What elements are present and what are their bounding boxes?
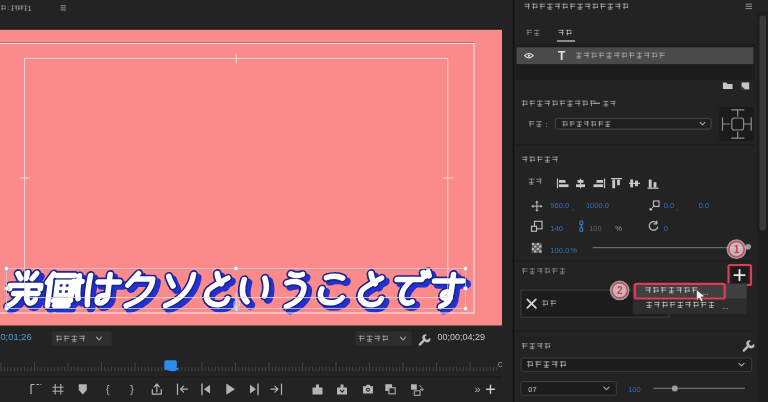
- svg-text:{: {: [106, 383, 110, 395]
- svg-text:960.0: 960.0: [550, 201, 569, 210]
- svg-text:100.0: 100.0: [550, 246, 569, 255]
- svg-text:%: %: [571, 246, 578, 255]
- svg-text::: :: [546, 121, 548, 128]
- svg-text:,: ,: [676, 203, 678, 212]
- svg-text:140: 140: [550, 224, 563, 233]
- svg-text::: :: [7, 4, 9, 11]
- svg-text:1000.0: 1000.0: [586, 201, 609, 210]
- svg-text:%: %: [615, 224, 622, 233]
- svg-text:,: ,: [572, 203, 574, 212]
- svg-text:00;00;04;29: 00;00;04;29: [438, 332, 486, 342]
- svg-text:0: 0: [664, 224, 668, 233]
- svg-text:2: 2: [617, 285, 623, 296]
- svg-text:100: 100: [589, 224, 602, 233]
- svg-text:07: 07: [528, 385, 536, 394]
- svg-text:0.0: 0.0: [699, 201, 709, 210]
- svg-text:»: »: [474, 383, 480, 395]
- svg-text:1: 1: [734, 244, 740, 255]
- svg-text:0.0: 0.0: [664, 201, 674, 210]
- svg-text:}: }: [130, 383, 134, 395]
- svg-text:1: 1: [28, 5, 32, 12]
- svg-text:100: 100: [628, 385, 641, 394]
- svg-text:...: ...: [722, 302, 728, 311]
- svg-text:T: T: [558, 49, 566, 63]
- svg-text:00;01;26: 00;01;26: [0, 332, 32, 342]
